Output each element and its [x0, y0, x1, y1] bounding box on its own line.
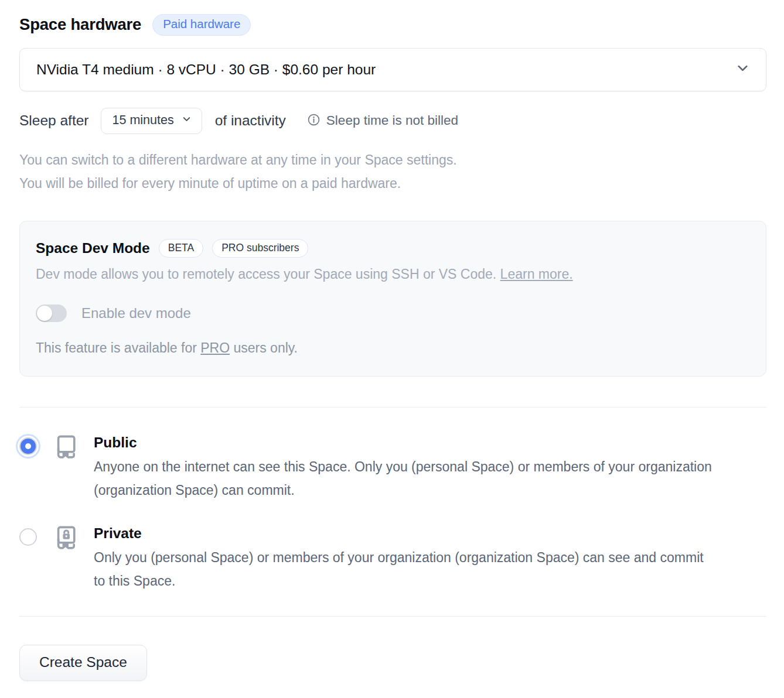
create-space-form: Space hardware Paid hardware NVidia T4 m…	[0, 0, 784, 681]
enable-dev-mode-label: Enable dev mode	[81, 305, 191, 321]
hardware-note-line: You can switch to a different hardware a…	[19, 148, 766, 172]
dev-mode-toggle-row: Enable dev mode	[36, 304, 748, 322]
learn-more-link[interactable]: Learn more.	[500, 266, 573, 282]
hardware-select[interactable]: NVidia T4 medium · 8 vCPU · 30 GB · $0.6…	[19, 48, 766, 91]
chevron-down-icon	[735, 60, 751, 78]
pro-link[interactable]: PRO	[200, 340, 230, 355]
sleep-duration-value: 15 minutes	[113, 113, 174, 128]
chevron-down-icon	[181, 114, 192, 127]
public-radio[interactable]	[19, 437, 37, 455]
sleep-note-text: Sleep time is not billed	[326, 113, 458, 128]
public-option-body: Public Anyone on the internet can see th…	[94, 433, 715, 502]
of-inactivity-label: of inactivity	[215, 112, 286, 129]
paid-hardware-badge: Paid hardware	[152, 14, 251, 36]
section-divider	[19, 616, 766, 617]
dev-mode-description-text: Dev mode allows you to remotely access y…	[36, 266, 500, 282]
dev-mode-title-row: Space Dev Mode BETA PRO subscribers	[36, 239, 748, 258]
create-space-button[interactable]: Create Space	[19, 645, 147, 681]
beta-badge: BETA	[159, 239, 203, 258]
private-option-title: Private	[94, 525, 715, 542]
private-option-body: Private Only you (personal Space) or mem…	[94, 524, 715, 593]
radio-dot	[25, 443, 31, 449]
section-title: Space hardware	[19, 15, 141, 34]
sleep-after-label: Sleep after	[19, 112, 89, 129]
hardware-notes: You can switch to a different hardware a…	[19, 148, 766, 195]
toggle-knob	[37, 306, 52, 321]
public-option-title: Public	[94, 434, 715, 451]
private-space-lock-book-icon	[52, 524, 80, 557]
space-dev-mode-panel: Space Dev Mode BETA PRO subscribers Dev …	[19, 221, 766, 377]
pro-feature-footnote: This feature is available for PRO users …	[36, 340, 748, 356]
visibility-option-private[interactable]: Private Only you (personal Space) or mem…	[19, 524, 766, 593]
dev-mode-description: Dev mode allows you to remotely access y…	[36, 266, 748, 282]
dev-mode-title: Space Dev Mode	[36, 240, 150, 256]
footnote-text: users only.	[230, 340, 298, 355]
sleep-settings-row: Sleep after 15 minutes of inactivity Sle…	[19, 108, 766, 134]
info-icon	[307, 113, 321, 129]
footnote-text: This feature is available for	[36, 340, 200, 355]
section-divider	[19, 407, 766, 408]
hardware-note-line: You will be billed for every minute of u…	[19, 172, 766, 195]
space-hardware-header: Space hardware Paid hardware	[19, 14, 766, 36]
private-radio[interactable]	[19, 528, 37, 546]
private-option-description: Only you (personal Space) or members of …	[94, 546, 715, 593]
hardware-select-value: NVidia T4 medium · 8 vCPU · 30 GB · $0.6…	[36, 61, 376, 78]
visibility-option-public[interactable]: Public Anyone on the internet can see th…	[19, 433, 766, 502]
enable-dev-mode-toggle[interactable]	[36, 304, 67, 322]
public-space-book-icon	[52, 433, 80, 466]
pro-subscribers-badge: PRO subscribers	[212, 239, 308, 258]
public-option-description: Anyone on the internet can see this Spac…	[94, 455, 715, 502]
sleep-billing-note: Sleep time is not billed	[307, 113, 458, 129]
sleep-duration-select[interactable]: 15 minutes	[101, 108, 202, 134]
